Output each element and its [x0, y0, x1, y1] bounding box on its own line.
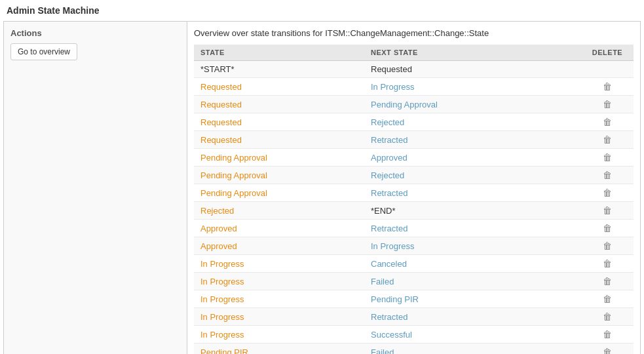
delete-icon[interactable]: 🗑 — [603, 241, 612, 251]
next-state-link[interactable]: Rejected — [371, 170, 404, 180]
state-cell: Pending Approval — [194, 167, 364, 184]
state-link[interactable]: Requested — [200, 117, 242, 127]
next-state-link[interactable]: Failed — [371, 347, 394, 355]
next-state-link[interactable]: Retracted — [371, 188, 407, 198]
delete-cell: 🗑 — [581, 184, 634, 202]
delete-cell: 🗑 — [581, 308, 634, 326]
delete-cell: 🗑 — [581, 78, 634, 96]
actions-section-title: Actions — [10, 28, 180, 38]
next-state-link[interactable]: Approved — [371, 153, 407, 163]
state-cell: In Progress — [194, 308, 364, 326]
next-state-link[interactable]: Canceled — [371, 259, 407, 269]
state-cell: Approved — [194, 220, 364, 237]
delete-icon[interactable]: 🗑 — [603, 329, 612, 340]
next-state-cell: Failed — [364, 344, 581, 355]
delete-icon[interactable]: 🗑 — [603, 347, 612, 354]
table-row: ApprovedIn Progress🗑 — [194, 237, 634, 255]
next-state-cell: Requested — [364, 61, 581, 78]
state-cell: Requested — [194, 113, 364, 131]
state-link[interactable]: In Progress — [200, 312, 244, 322]
table-row: In ProgressSuccessful🗑 — [194, 326, 634, 344]
state-link[interactable]: Requested — [200, 135, 242, 145]
next-state-link[interactable]: In Progress — [371, 241, 414, 251]
state-link[interactable]: Pending PIR — [200, 347, 248, 355]
delete-icon[interactable]: 🗑 — [603, 276, 612, 286]
delete-icon[interactable]: 🗑 — [603, 170, 612, 180]
delete-icon[interactable]: 🗑 — [603, 99, 612, 109]
next-state-cell: In Progress — [364, 237, 581, 255]
delete-cell: 🗑 — [581, 290, 634, 308]
next-state-link[interactable]: Rejected — [371, 117, 404, 127]
state-link[interactable]: Requested — [200, 82, 242, 92]
next-state-cell: Rejected — [364, 167, 581, 184]
delete-icon[interactable]: 🗑 — [603, 311, 612, 322]
delete-cell: 🗑 — [581, 326, 634, 344]
state-link[interactable]: Approved — [200, 224, 237, 233]
state-link[interactable]: In Progress — [200, 330, 244, 340]
state-link[interactable]: Requested — [200, 100, 242, 109]
content-area: Overview over state transitions for ITSM… — [187, 22, 640, 354]
col-header-next-state: NEXT STATE — [364, 45, 581, 61]
delete-icon[interactable]: 🗑 — [603, 117, 612, 127]
delete-cell: 🗑 — [581, 96, 634, 113]
sidebar: Actions Go to overview — [4, 22, 187, 354]
delete-cell: 🗑 — [581, 237, 634, 255]
next-state-link[interactable]: Retracted — [371, 135, 407, 145]
delete-cell: 🗑 — [581, 131, 634, 149]
next-state-cell: Rejected — [364, 113, 581, 131]
next-state-cell: *END* — [364, 202, 581, 220]
state-cell: In Progress — [194, 290, 364, 308]
next-state-link[interactable]: In Progress — [371, 82, 414, 92]
state-link[interactable]: Rejected — [200, 206, 234, 216]
table-row: Pending PIRFailed🗑 — [194, 344, 634, 355]
delete-icon[interactable]: 🗑 — [603, 134, 612, 145]
state-cell: Requested — [194, 78, 364, 96]
delete-icon[interactable]: 🗑 — [603, 205, 612, 216]
next-state-cell: Retracted — [364, 131, 581, 149]
delete-icon[interactable]: 🗑 — [603, 223, 612, 233]
next-state-link[interactable]: Retracted — [371, 224, 407, 233]
state-cell: Pending PIR — [194, 344, 364, 355]
delete-icon[interactable]: 🗑 — [603, 187, 612, 198]
delete-icon[interactable]: 🗑 — [603, 294, 612, 304]
next-state-link[interactable]: Pending PIR — [371, 294, 419, 304]
state-link[interactable]: Approved — [200, 241, 237, 251]
go-overview-button[interactable]: Go to overview — [10, 43, 77, 60]
state-link[interactable]: In Progress — [200, 277, 244, 286]
table-row: Rejected*END*🗑 — [194, 202, 634, 220]
table-row: RequestedIn Progress🗑 — [194, 78, 634, 96]
delete-cell: 🗑 — [581, 255, 634, 273]
state-link[interactable]: In Progress — [200, 294, 244, 304]
delete-cell: 🗑 — [581, 344, 634, 355]
state-link[interactable]: Pending Approval — [200, 188, 267, 198]
delete-icon[interactable]: 🗑 — [603, 152, 612, 163]
table-row: RequestedRejected🗑 — [194, 113, 634, 131]
next-state-link[interactable]: Retracted — [371, 312, 407, 322]
col-header-delete: DELETE — [581, 45, 634, 61]
state-link[interactable]: In Progress — [200, 259, 244, 269]
next-state-cell: Retracted — [364, 220, 581, 237]
table-row: In ProgressRetracted🗑 — [194, 308, 634, 326]
col-header-state: STATE — [194, 45, 364, 61]
delete-icon[interactable]: 🗑 — [603, 258, 612, 269]
state-cell: In Progress — [194, 273, 364, 290]
delete-cell: 🗑 — [581, 220, 634, 237]
table-row: *START*Requested — [194, 61, 634, 78]
state-cell: Pending Approval — [194, 184, 364, 202]
next-state-cell: Failed — [364, 273, 581, 290]
delete-icon[interactable]: 🗑 — [603, 81, 612, 92]
delete-cell: 🗑 — [581, 202, 634, 220]
state-link[interactable]: Pending Approval — [200, 153, 267, 163]
table-row: Pending ApprovalRejected🗑 — [194, 167, 634, 184]
next-state-link[interactable]: Failed — [371, 277, 394, 286]
table-row: ApprovedRetracted🗑 — [194, 220, 634, 237]
table-row: In ProgressPending PIR🗑 — [194, 290, 634, 308]
next-state-link[interactable]: Pending Approval — [371, 100, 438, 109]
state-transitions-table: STATE NEXT STATE DELETE *START*Requested… — [194, 45, 634, 354]
next-state-link[interactable]: Successful — [371, 330, 412, 340]
state-cell: *START* — [194, 61, 364, 78]
delete-cell — [581, 61, 634, 78]
state-link[interactable]: Pending Approval — [200, 170, 267, 180]
delete-cell: 🗑 — [581, 167, 634, 184]
delete-cell: 🗑 — [581, 113, 634, 131]
